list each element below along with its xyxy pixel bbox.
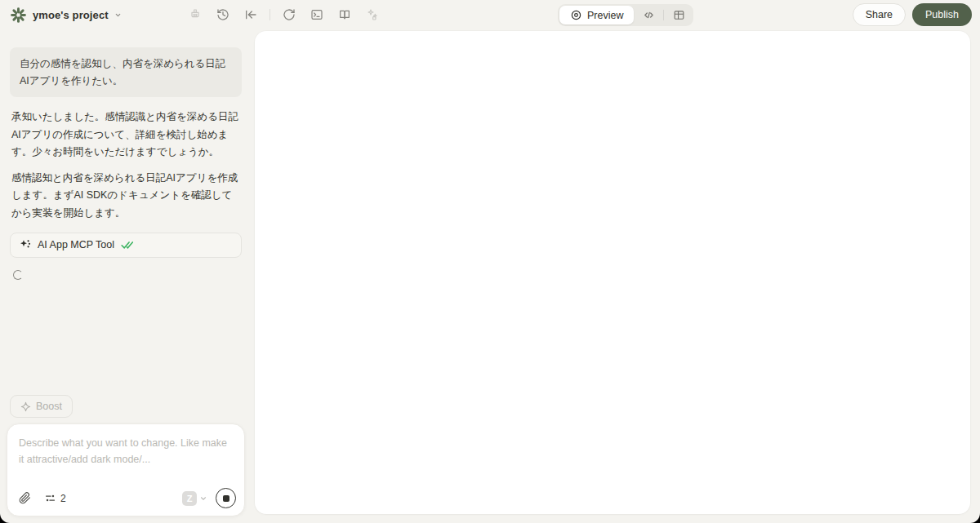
toolbar xyxy=(185,5,383,24)
chevron-down-icon xyxy=(114,11,122,19)
tool-card-label: AI App MCP Tool xyxy=(38,239,114,250)
model-badge: Z xyxy=(182,491,197,506)
context-settings-icon xyxy=(44,492,56,504)
sparkle-icon xyxy=(20,239,31,250)
assistant-paragraph: 感情認知と内省を深められる日記AIアプリを作成します。まずAI SDKのドキュメ… xyxy=(11,170,240,222)
stop-button[interactable] xyxy=(216,488,236,508)
tab-preview[interactable]: Preview xyxy=(559,6,634,24)
history-icon[interactable] xyxy=(212,5,234,24)
refresh-icon[interactable] xyxy=(278,5,300,24)
composer-toolbar: 2 Z xyxy=(7,488,244,508)
collapse-left-icon[interactable] xyxy=(240,5,261,24)
double-check-icon xyxy=(121,240,135,250)
terminal-icon[interactable] xyxy=(306,5,327,24)
book-open-icon[interactable] xyxy=(334,5,355,24)
topbar-actions: Share Publish xyxy=(853,3,972,26)
sparkles-icon xyxy=(362,5,383,24)
tab-code[interactable] xyxy=(635,6,662,24)
toolbar-divider xyxy=(270,9,270,20)
preview-canvas xyxy=(255,31,970,514)
loading-spinner-icon xyxy=(13,270,23,280)
tab-data-grid[interactable] xyxy=(666,6,692,24)
context-count: 2 xyxy=(60,493,66,504)
view-toggle-divider xyxy=(663,10,664,20)
project-name: ymoe's project xyxy=(33,9,109,21)
brush-icon xyxy=(185,5,206,24)
share-button[interactable]: Share xyxy=(853,3,906,26)
app-window: ymoe's project xyxy=(0,0,980,523)
code-icon xyxy=(643,9,655,21)
app-logo-icon xyxy=(10,7,27,24)
composer-input[interactable] xyxy=(7,424,244,475)
context-selector[interactable]: 2 xyxy=(44,492,66,504)
eye-icon xyxy=(570,9,582,21)
chevron-down-icon xyxy=(199,494,207,503)
model-selector[interactable]: Z xyxy=(182,491,207,506)
attachment-icon[interactable] xyxy=(19,492,31,504)
view-toggle: Preview xyxy=(558,4,693,26)
chat-sidebar: 自分の感情を認知し、内省を深められる日記AIアプリを作りたい。 承知いたしました… xyxy=(7,36,245,516)
grid-icon xyxy=(673,9,685,21)
boost-button[interactable]: Boost xyxy=(10,395,73,418)
user-message: 自分の感情を認知し、内省を深められる日記AIアプリを作りたい。 xyxy=(10,47,242,97)
topbar: ymoe's project xyxy=(0,0,980,31)
boost-label: Boost xyxy=(36,401,62,412)
assistant-message: 承知いたしました。感情認識と内省を深める日記AIアプリの作成について、詳細を検討… xyxy=(11,109,240,222)
publish-button[interactable]: Publish xyxy=(912,3,972,26)
diamond-sparkle-icon xyxy=(20,401,31,412)
stop-square-icon xyxy=(223,495,229,502)
composer-right: Z xyxy=(182,488,236,508)
assistant-paragraph: 承知いたしました。感情認識と内省を深める日記AIアプリの作成について、詳細を検討… xyxy=(11,109,240,161)
mcp-tool-card[interactable]: AI App MCP Tool xyxy=(10,233,242,258)
message-composer: 2 Z xyxy=(7,423,245,516)
composer-zone: Boost 2 xyxy=(7,395,245,516)
tab-preview-label: Preview xyxy=(587,10,623,21)
project-menu[interactable]: ymoe's project xyxy=(10,5,122,24)
